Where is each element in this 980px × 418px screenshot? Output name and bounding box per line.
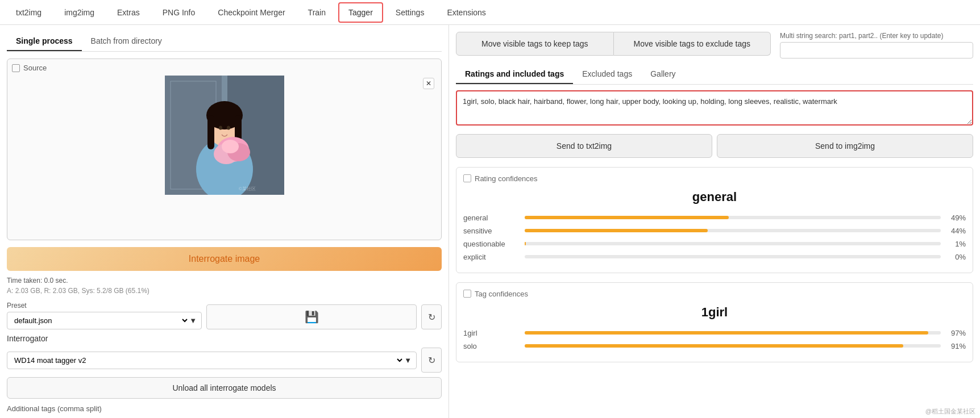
bar-pct-explicit: 0%	[945, 253, 966, 261]
interrogate-btn[interactable]: Interrogate image	[7, 247, 442, 271]
tag-title: 1girl	[463, 305, 966, 320]
search-label: Multi string search: part1, part2.. (Ent…	[780, 32, 973, 40]
top-row: Move visible tags to keep tags Move visi…	[456, 32, 973, 60]
tag-section-label: Tag confidences	[463, 290, 966, 298]
tag-tab-excluded[interactable]: Excluded tags	[573, 65, 641, 84]
chevron-down-icon: ▼	[189, 316, 197, 325]
additional-tags-label: Additional tags (comma split)	[7, 404, 442, 413]
send-img2img-btn[interactable]: Send to img2img	[717, 134, 973, 158]
bar-pct-general: 49%	[945, 214, 966, 222]
source-box: Source	[7, 58, 442, 240]
bar-label-sensitive: sensitive	[463, 227, 520, 235]
tag-tab-ratings[interactable]: Ratings and included tags	[456, 65, 573, 84]
nav-tab-extras[interactable]: Extras	[107, 2, 150, 23]
uploaded-image[interactable]: ©某社区	[165, 76, 284, 195]
interrogator-select[interactable]: WD14 moat tagger v2	[12, 356, 404, 365]
svg-rect-7	[207, 115, 214, 149]
unload-btn[interactable]: Unload all interrogate models	[7, 377, 442, 399]
bar-row-sensitive: sensitive 44%	[463, 227, 966, 235]
rating-confidence-section: Rating confidences general general 49% s…	[456, 167, 973, 273]
tag-confidence-section: Tag confidences 1girl 1girl 97% solo 91%	[456, 282, 973, 362]
chevron-down-icon2: ▼	[404, 356, 412, 365]
right-panel: Move visible tags to keep tags Move visi…	[449, 25, 980, 418]
move-keep-btn[interactable]: Move visible tags to keep tags	[456, 32, 614, 56]
preset-group: Preset default.json ▼	[7, 302, 202, 329]
tag-tabs: Ratings and included tags Excluded tags …	[456, 65, 973, 85]
nav-tab-train[interactable]: Train	[298, 2, 336, 23]
source-icon	[12, 64, 20, 72]
rating-icon	[463, 174, 471, 182]
bar-label-explicit: explicit	[463, 253, 520, 261]
action-col: Move visible tags to keep tags Move visi…	[456, 32, 771, 60]
bar-track-1girl	[525, 331, 941, 335]
preset-select[interactable]: default.json	[12, 316, 189, 325]
send-txt2img-btn[interactable]: Send to txt2img	[456, 134, 712, 158]
tab-single-process[interactable]: Single process	[7, 32, 82, 51]
bar-fill-solo	[525, 344, 903, 348]
interrogator-group: Interrogator WD14 moat tagger v2 ▼ ↻	[7, 334, 442, 373]
source-label: Source	[12, 64, 437, 72]
reload-interrogator-btn[interactable]: ↻	[421, 348, 442, 373]
bar-pct-questionable: 1%	[945, 240, 966, 248]
reload-preset-btn[interactable]: ↻	[421, 304, 442, 329]
preset-select-wrap[interactable]: default.json ▼	[7, 312, 202, 329]
bar-pct-1girl: 97%	[945, 329, 966, 337]
top-nav: txt2img img2img Extras PNG Info Checkpoi…	[0, 0, 980, 25]
save-box[interactable]: 💾	[206, 304, 417, 329]
rating-title: general	[463, 190, 966, 204]
bar-pct-sensitive: 44%	[945, 227, 966, 235]
svg-point-13	[219, 126, 222, 130]
watermark: @稻土国金某社区	[925, 407, 975, 416]
controls-row: Preset default.json ▼ 💾 ↻	[7, 302, 442, 329]
close-image-btn[interactable]: ✕	[423, 78, 434, 89]
reload-icon2: ↻	[428, 355, 435, 366]
bar-fill-1girl	[525, 331, 928, 335]
tab-batch-directory[interactable]: Batch from directory	[82, 32, 171, 51]
main-layout: Single process Batch from directory Sour…	[0, 25, 980, 418]
bar-track-general	[525, 216, 941, 219]
bar-row-general: general 49%	[463, 214, 966, 222]
action-btns: Move visible tags to keep tags Move visi…	[456, 32, 771, 56]
preset-label: Preset	[7, 302, 202, 310]
tag-tab-gallery[interactable]: Gallery	[641, 65, 684, 84]
save-icon: 💾	[305, 310, 319, 324]
image-container: ©某社区 ✕	[12, 76, 437, 195]
nav-tab-txt2img[interactable]: txt2img	[6, 2, 52, 23]
nav-tab-settings[interactable]: Settings	[385, 2, 435, 23]
bar-row-explicit: explicit 0%	[463, 253, 966, 261]
search-input[interactable]	[780, 42, 973, 58]
nav-tab-img2img[interactable]: img2img	[54, 2, 105, 23]
bar-label-general: general	[463, 214, 520, 222]
bar-row-questionable: questionable 1%	[463, 240, 966, 248]
time-taken: Time taken: 0.0 sec.	[7, 277, 442, 285]
nav-tab-checkpoint[interactable]: Checkpoint Merger	[207, 2, 295, 23]
svg-point-12	[222, 140, 239, 153]
left-panel: Single process Batch from directory Sour…	[0, 25, 449, 418]
interrogator-label: Interrogator	[7, 334, 48, 343]
search-col: Multi string search: part1, part2.. (Ent…	[780, 32, 973, 58]
rating-section-label: Rating confidences	[463, 174, 966, 183]
sub-tabs: Single process Batch from directory	[7, 32, 442, 52]
interrogator-select-wrap[interactable]: WD14 moat tagger v2 ▼	[7, 352, 417, 369]
bar-row-1girl: 1girl 97%	[463, 329, 966, 337]
bar-fill-sensitive	[525, 229, 708, 232]
move-exclude-btn[interactable]: Move visible tags to exclude tags	[614, 32, 771, 56]
nav-tab-tagger[interactable]: Tagger	[338, 2, 383, 23]
tags-textarea[interactable]: 1girl, solo, black hair, hairband, flowe…	[456, 90, 973, 126]
interrogator-row: WD14 moat tagger v2 ▼ ↻	[7, 348, 442, 373]
reload-icon: ↻	[428, 312, 435, 323]
tag-icon	[463, 290, 471, 298]
send-btns: Send to txt2img Send to img2img	[456, 134, 973, 158]
bar-track-questionable	[525, 242, 941, 245]
memory-info: A: 2.03 GB, R: 2.03 GB, Sys: 5.2/8 GB (6…	[7, 287, 442, 295]
bar-pct-solo: 91%	[945, 342, 966, 350]
nav-tab-extensions[interactable]: Extensions	[437, 2, 496, 23]
bar-track-sensitive	[525, 229, 941, 232]
svg-point-14	[227, 126, 230, 130]
bar-fill-questionable	[525, 242, 526, 245]
bar-label-1girl: 1girl	[463, 329, 520, 337]
nav-tab-pnginfo[interactable]: PNG Info	[152, 2, 206, 23]
bar-row-solo: solo 91%	[463, 342, 966, 350]
bar-label-questionable: questionable	[463, 240, 520, 248]
bar-fill-general	[525, 216, 729, 219]
